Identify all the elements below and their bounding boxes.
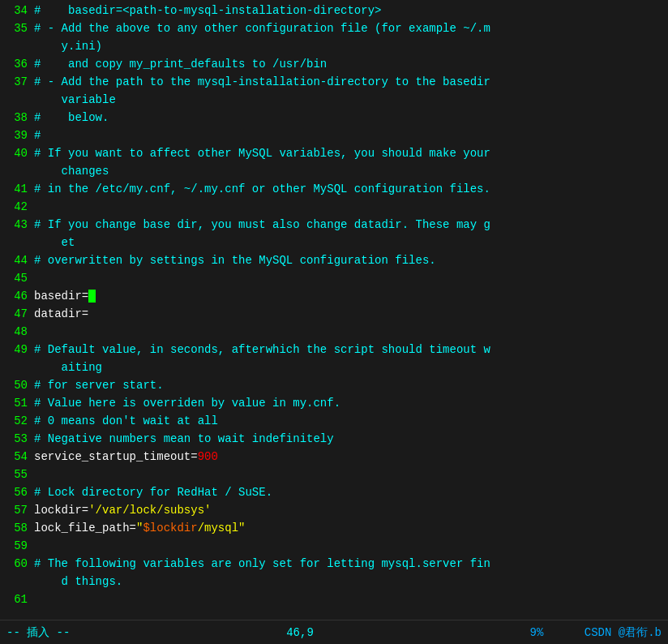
line-44: 44 # overwritten by settings in the MySQ…	[0, 251, 668, 269]
scroll-percent: 9%	[530, 626, 544, 639]
line-content-46: basedir=	[34, 287, 665, 305]
line-number-54: 54	[3, 448, 28, 466]
line-number-39: 39	[3, 127, 28, 144]
line-number-52: 52	[3, 412, 28, 430]
line-number-34: 34	[3, 2, 28, 19]
line-59: 59	[0, 537, 668, 555]
line-46: 46 basedir=	[0, 287, 668, 305]
cursor	[88, 290, 95, 303]
line-content-60: # The following variables are only set f…	[34, 555, 665, 590]
line-content-41: # in the /etc/my.cnf, ~/.my.cnf or other…	[34, 180, 665, 198]
line-57: 57 lockdir='/var/lock/subsys'	[0, 501, 668, 519]
line-number-56: 56	[3, 483, 28, 501]
line-content-42	[34, 198, 665, 216]
line-number-57: 57	[3, 501, 28, 519]
line-number-37: 37	[3, 73, 28, 91]
line-34: 34 # basedir=<path-to-mysql-installation…	[0, 2, 668, 19]
line-number-42: 42	[3, 198, 28, 216]
line-content-48	[34, 323, 665, 341]
line-number-41: 41	[3, 180, 28, 198]
watermark: 9% CSDN @君衔.b	[530, 625, 662, 640]
line-content-39: #	[34, 127, 665, 144]
line-content-40: # If you want to affect other MySQL vari…	[34, 144, 665, 180]
line-number-59: 59	[3, 537, 28, 555]
line-number-38: 38	[3, 109, 28, 127]
line-content-61	[34, 590, 665, 608]
line-number-40: 40	[3, 144, 28, 162]
line-content-34: # basedir=<path-to-mysql-installation-di…	[34, 2, 665, 19]
line-60: 60 # The following variables are only se…	[0, 555, 668, 590]
line-number-61: 61	[3, 590, 28, 608]
line-number-44: 44	[3, 251, 28, 269]
line-content-56: # Lock directory for RedHat / SuSE.	[34, 483, 665, 501]
line-content-43: # If you change base dir, you must also …	[34, 216, 665, 251]
line-36: 36 # and copy my_print_defaults to /usr/…	[0, 55, 668, 73]
line-number-36: 36	[3, 55, 28, 73]
line-39: 39 #	[0, 127, 668, 144]
line-content-35: # - Add the above to any other configura…	[34, 19, 665, 55]
line-number-46: 46	[3, 287, 28, 305]
editor-mode: -- 插入 --	[6, 625, 70, 640]
line-content-44: # overwritten by settings in the MySQL c…	[34, 251, 665, 269]
line-number-47: 47	[3, 305, 28, 323]
line-content-36: # and copy my_print_defaults to /usr/bin	[34, 55, 665, 73]
line-content-55	[34, 466, 665, 483]
line-55: 55	[0, 466, 668, 483]
line-content-52: # 0 means don't wait at all	[34, 412, 665, 430]
line-content-51: # Value here is overriden by value in my…	[34, 394, 665, 412]
line-49: 49 # Default value, in seconds, afterwhi…	[0, 341, 668, 376]
line-53: 53 # Negative numbers mean to wait indef…	[0, 430, 668, 448]
line-48: 48	[0, 323, 668, 341]
line-43: 43 # If you change base dir, you must al…	[0, 216, 668, 251]
line-content-38: # below.	[34, 109, 665, 127]
line-number-50: 50	[3, 376, 28, 394]
line-58: 58 lock_file_path="$lockdir/mysql"	[0, 519, 668, 537]
line-content-49: # Default value, in seconds, afterwhich …	[34, 341, 665, 376]
line-number-58: 58	[3, 519, 28, 537]
line-42: 42	[0, 198, 668, 216]
line-45: 45	[0, 269, 668, 287]
line-number-60: 60	[3, 555, 28, 573]
line-41: 41 # in the /etc/my.cnf, ~/.my.cnf or ot…	[0, 180, 668, 198]
line-number-48: 48	[3, 323, 28, 341]
line-38: 38 # below.	[0, 109, 668, 127]
editor-container: 34 # basedir=<path-to-mysql-installation…	[0, 0, 668, 644]
line-54: 54 service_startup_timeout=900	[0, 448, 668, 466]
line-56: 56 # Lock directory for RedHat / SuSE.	[0, 483, 668, 501]
line-content-53: # Negative numbers mean to wait indefini…	[34, 430, 665, 448]
line-number-49: 49	[3, 341, 28, 358]
line-number-51: 51	[3, 394, 28, 412]
line-number-55: 55	[3, 466, 28, 483]
line-number-35: 35	[3, 19, 28, 37]
cursor-position: 46,9	[286, 626, 314, 639]
line-61: 61	[0, 590, 668, 608]
line-37: 37 # - Add the path to the mysql-install…	[0, 73, 668, 109]
line-content-59	[34, 537, 665, 555]
code-area[interactable]: 34 # basedir=<path-to-mysql-installation…	[0, 0, 668, 620]
line-content-58: lock_file_path="$lockdir/mysql"	[34, 519, 665, 537]
status-bar: -- 插入 -- 46,9 9% CSDN @君衔.b	[0, 620, 668, 644]
line-content-45	[34, 269, 665, 287]
line-50: 50 # for server start.	[0, 376, 668, 394]
line-content-50: # for server start.	[34, 376, 665, 394]
line-content-57: lockdir='/var/lock/subsys'	[34, 501, 665, 519]
line-51: 51 # Value here is overriden by value in…	[0, 394, 668, 412]
line-35: 35 # - Add the above to any other config…	[0, 19, 668, 55]
line-number-43: 43	[3, 216, 28, 234]
line-40: 40 # If you want to affect other MySQL v…	[0, 144, 668, 180]
line-content-54: service_startup_timeout=900	[34, 448, 665, 466]
line-number-45: 45	[3, 269, 28, 287]
line-content-47: datadir=	[34, 305, 665, 323]
line-content-37: # - Add the path to the mysql-installati…	[34, 73, 665, 109]
csdn-watermark: CSDN @君衔.b	[584, 626, 662, 639]
line-52: 52 # 0 means don't wait at all	[0, 412, 668, 430]
line-number-53: 53	[3, 430, 28, 448]
line-47: 47 datadir=	[0, 305, 668, 323]
